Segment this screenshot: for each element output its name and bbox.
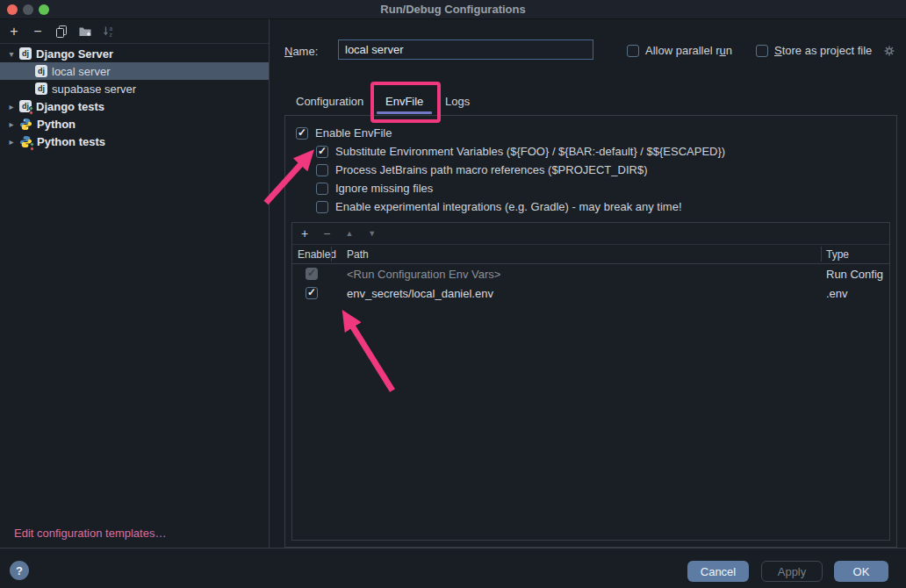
cancel-button[interactable]: Cancel [687, 561, 749, 582]
row-type: Run Config [819, 268, 889, 281]
svg-text:a: a [110, 25, 113, 32]
svg-text:z: z [110, 32, 112, 38]
active-tab-indicator [377, 111, 432, 114]
python-tests-icon [19, 135, 32, 148]
env-files-toolbar: + − ▲ ▼ [292, 223, 889, 245]
tree-item-supabase-server[interactable]: supabase server [0, 80, 269, 97]
store-as-project-file-option: Store as project file [756, 44, 872, 57]
python-icon [19, 118, 32, 131]
ignore-missing-files-option: Ignore missing files [316, 179, 896, 197]
gear-icon[interactable] [882, 44, 896, 58]
copy-configuration-icon[interactable] [54, 24, 69, 39]
column-header-enabled[interactable]: Enabled [292, 248, 331, 261]
tab-envfile[interactable]: EnvFile [385, 95, 423, 108]
django-icon [19, 47, 32, 60]
edit-configuration-templates-link[interactable]: Edit configuration templates… [14, 527, 166, 540]
substitute-env-vars-option: Substitute Environment Variables (${FOO}… [316, 142, 896, 161]
table-header: Enabled Path Type [292, 245, 889, 264]
tree-item-django-tests[interactable]: ▸ Django tests [0, 97, 269, 115]
tree-item-python[interactable]: ▸ Python [0, 115, 269, 133]
run-debug-configurations-dialog: Run/Debug Configurations + − [0, 0, 906, 588]
envfile-tab-panel: Enable EnvFile Substitute Environment Va… [284, 115, 897, 548]
help-icon[interactable]: ? [10, 561, 29, 580]
sort-alphabetically-icon[interactable]: a z [101, 24, 117, 39]
experimental-integrations-checkbox[interactable] [316, 201, 328, 213]
ignore-missing-files-checkbox[interactable] [316, 183, 328, 195]
django-tests-icon [19, 100, 32, 112]
move-up-icon[interactable]: ▲ [345, 227, 353, 240]
experimental-integrations-option: Enable experimental integrations (e.g. G… [316, 197, 896, 216]
store-as-project-file-label: Store as project file [774, 44, 872, 57]
django-icon [35, 82, 47, 95]
tree-item-local-server[interactable]: local server [0, 62, 269, 80]
substitute-env-vars-checkbox[interactable] [316, 146, 328, 158]
column-divider [821, 247, 822, 262]
allow-parallel-run-label: Allow parallel run [645, 44, 732, 57]
row-path: <Run Configuration Env Vars> [331, 268, 819, 281]
allow-parallel-run-checkbox[interactable] [627, 45, 639, 57]
table-row[interactable]: <Run Configuration Env Vars> Run Config [292, 264, 889, 283]
allow-parallel-run-option: Allow parallel run [627, 44, 732, 57]
apply-button[interactable]: Apply [761, 561, 823, 582]
table-row[interactable]: env_secrets/local_daniel.env .env [292, 283, 889, 303]
move-down-icon[interactable]: ▼ [368, 227, 376, 240]
tree-item-python-tests[interactable]: ▸ Python tests [0, 133, 269, 150]
process-path-macro-option: Process JetBrains path macro references … [316, 161, 896, 179]
add-configuration-icon[interactable]: + [6, 24, 22, 39]
remove-env-file-icon[interactable]: − [323, 227, 330, 240]
sidebar-toolbar: + − a z [0, 19, 269, 44]
column-divider [331, 247, 332, 262]
title-bar: Run/Debug Configurations [0, 0, 906, 19]
chevron-right-icon[interactable]: ▸ [4, 102, 19, 111]
row-path: env_secrets/local_daniel.env [331, 287, 819, 300]
name-input[interactable] [338, 39, 593, 60]
enable-envfile-option: Enable EnvFile [296, 124, 896, 142]
envfile-options: Enable EnvFile Substitute Environment Va… [285, 116, 896, 216]
row-enabled-checkbox [306, 268, 318, 280]
row-type: .env [819, 287, 889, 300]
dialog-footer: ? Cancel Apply OK [0, 548, 906, 588]
row-enabled-checkbox[interactable] [306, 287, 318, 299]
configurations-tree: ▾ Django Server local server supabase se… [0, 44, 269, 150]
column-header-type[interactable]: Type [819, 248, 889, 261]
ok-button[interactable]: OK [834, 561, 888, 582]
chevron-right-icon[interactable]: ▸ [4, 119, 19, 129]
django-icon [35, 65, 47, 77]
store-as-project-file-checkbox[interactable] [756, 45, 768, 57]
tab-configuration[interactable]: Configuration [296, 95, 363, 108]
name-label: Name: [284, 45, 318, 58]
add-env-file-icon[interactable]: + [301, 227, 308, 240]
env-files-table: + − ▲ ▼ Enabled Path Type <Run Configura… [291, 222, 890, 541]
column-header-path[interactable]: Path [331, 248, 819, 261]
window-title: Run/Debug Configurations [0, 3, 906, 16]
tab-logs[interactable]: Logs [445, 95, 470, 108]
enable-envfile-checkbox[interactable] [296, 127, 308, 140]
chevron-right-icon[interactable]: ▸ [4, 137, 19, 147]
new-folder-icon[interactable] [77, 24, 93, 39]
process-path-macro-checkbox[interactable] [316, 164, 328, 176]
remove-configuration-icon[interactable]: − [30, 24, 46, 39]
configurations-sidebar: + − a z [0, 19, 270, 548]
chevron-down-icon[interactable]: ▾ [4, 49, 19, 59]
tree-item-django-server[interactable]: ▾ Django Server [0, 45, 269, 62]
